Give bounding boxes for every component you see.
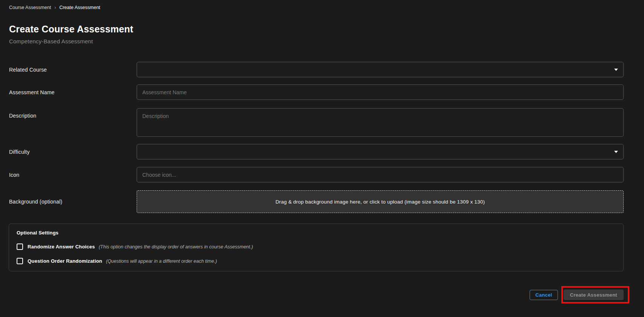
difficulty-field bbox=[137, 144, 624, 159]
icon-input[interactable] bbox=[137, 167, 624, 182]
page-subtitle: Competency-Based Assessment bbox=[9, 38, 644, 44]
optional-settings-panel: Optional Settings Randomize Answer Choic… bbox=[9, 224, 624, 271]
description-field bbox=[137, 108, 624, 137]
create-assessment-button[interactable]: Create Assessment bbox=[564, 289, 624, 300]
question-order-label[interactable]: Question Order Randomization bbox=[28, 258, 102, 264]
icon-field bbox=[137, 167, 624, 182]
description-label: Description bbox=[9, 108, 137, 119]
related-course-field bbox=[137, 62, 624, 77]
assessment-name-label: Assessment Name bbox=[9, 89, 137, 95]
create-assessment-page: Course Assessment › Create Assessment Cr… bbox=[0, 0, 644, 317]
breadcrumb-course-assessment[interactable]: Course Assessment bbox=[9, 5, 51, 10]
background-label: Background (optional) bbox=[9, 199, 137, 205]
difficulty-select[interactable] bbox=[137, 144, 624, 159]
randomize-answers-row: Randomize Answer Choices (This option ch… bbox=[17, 243, 616, 250]
related-course-row: Related Course bbox=[9, 62, 624, 77]
chevron-down-icon bbox=[614, 151, 618, 153]
question-order-checkbox[interactable] bbox=[17, 258, 23, 264]
chevron-down-icon bbox=[614, 69, 618, 71]
background-row: Background (optional) Drag & drop backgr… bbox=[9, 190, 624, 213]
question-order-note: (Questions will appear in a different or… bbox=[106, 259, 217, 264]
dropzone-text: Drag & drop background image here, or cl… bbox=[276, 199, 485, 205]
background-field: Drag & drop background image here, or cl… bbox=[137, 190, 624, 213]
difficulty-row: Difficulty bbox=[9, 144, 624, 159]
assessment-form: Related Course Assessment Name Descripti… bbox=[9, 62, 624, 213]
annotation-highlight-box: Create Assessment bbox=[561, 286, 629, 303]
related-course-label: Related Course bbox=[9, 67, 137, 73]
breadcrumb-create-assessment: Create Assessment bbox=[59, 5, 100, 10]
description-row: Description bbox=[9, 108, 624, 137]
difficulty-label: Difficulty bbox=[9, 149, 137, 155]
form-actions: Cancel Create Assessment bbox=[0, 286, 644, 303]
optional-settings-title: Optional Settings bbox=[17, 230, 616, 236]
breadcrumb-separator-icon: › bbox=[54, 5, 56, 10]
question-order-row: Question Order Randomization (Questions … bbox=[17, 258, 616, 264]
description-textarea[interactable] bbox=[137, 108, 624, 137]
cancel-button[interactable]: Cancel bbox=[530, 290, 558, 300]
related-course-select[interactable] bbox=[137, 62, 624, 77]
randomize-answers-label[interactable]: Randomize Answer Choices bbox=[28, 244, 95, 250]
page-title: Create Course Assessment bbox=[9, 24, 644, 35]
breadcrumb: Course Assessment › Create Assessment bbox=[0, 0, 644, 10]
icon-row: Icon bbox=[9, 167, 624, 182]
page-header: Create Course Assessment Competency-Base… bbox=[0, 10, 644, 44]
assessment-name-field bbox=[137, 84, 624, 100]
icon-label: Icon bbox=[9, 172, 137, 178]
assessment-name-input[interactable] bbox=[137, 84, 624, 100]
randomize-answers-note: (This option changes the display order o… bbox=[99, 244, 253, 250]
assessment-name-row: Assessment Name bbox=[9, 84, 624, 100]
randomize-answers-checkbox[interactable] bbox=[17, 243, 23, 250]
background-upload-dropzone[interactable]: Drag & drop background image here, or cl… bbox=[137, 190, 624, 213]
